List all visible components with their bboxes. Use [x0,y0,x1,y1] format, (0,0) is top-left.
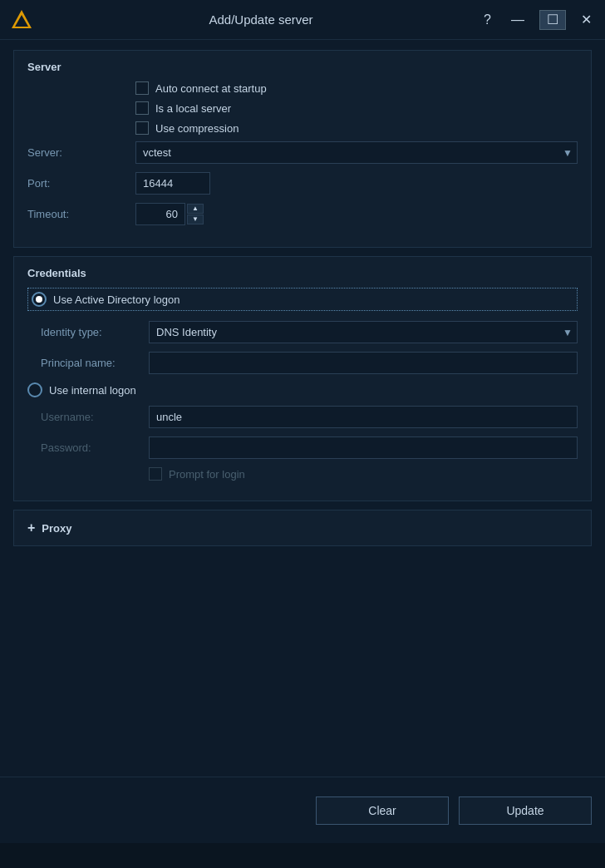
use-ad-label: Use Active Directory logon [53,293,180,306]
username-label: Username: [41,411,149,423]
server-section: Server Auto connect at startup Is a loca… [13,50,592,248]
use-internal-radio-row: Use internal logon [27,382,578,397]
server-select-wrapper: vctest ▼ [135,141,578,164]
prompt-login-row: Prompt for login [149,467,578,481]
minimize-button[interactable]: — [506,12,529,28]
maximize-button[interactable]: ☐ [539,10,566,30]
principal-name-label: Principal name: [41,357,149,369]
proxy-toggle-icon: + [27,520,35,535]
identity-type-wrapper: DNS Identity UPN Identity SPN Identity ▼ [149,321,578,343]
use-internal-radio[interactable] [27,382,42,397]
credentials-section-title: Credentials [27,267,578,279]
server-select[interactable]: vctest [135,141,578,164]
timeout-increment-btn[interactable]: ▲ [187,204,204,214]
principal-name-row: Principal name: [41,352,578,374]
auto-connect-row: Auto connect at startup [135,81,578,95]
timeout-spinner: ▲ ▼ [135,203,210,225]
use-ad-radio[interactable] [32,292,47,307]
main-content: Server Auto connect at startup Is a loca… [0,40,605,777]
use-internal-label: Use internal logon [49,384,136,397]
proxy-section: + Proxy [13,510,592,546]
internal-credentials-sub: Username: Password: Prompt for login [27,406,578,481]
password-row: Password: [41,436,578,459]
identity-type-label: Identity type: [41,326,149,338]
window-title: Add/Update server [43,12,479,27]
auto-connect-label: Auto connect at startup [155,82,267,95]
auto-connect-checkbox[interactable] [135,81,149,95]
timeout-decrement-btn[interactable]: ▼ [187,215,204,224]
prompt-login-checkbox[interactable] [149,467,162,481]
close-button[interactable]: ✕ [576,12,597,28]
app-logo [8,7,35,33]
server-section-title: Server [27,61,578,73]
use-compression-checkbox[interactable] [135,121,149,135]
server-input-row: Server: vctest ▼ [27,141,578,164]
window-controls: ? — ☐ ✕ [479,10,597,30]
prompt-login-label: Prompt for login [169,468,245,481]
use-compression-label: Use compression [155,122,239,135]
username-input[interactable] [149,406,578,428]
credentials-section: Credentials Use Active Directory logon I… [13,256,592,501]
title-bar: Add/Update server ? — ☐ ✕ [0,0,605,40]
password-label: Password: [41,441,149,454]
timeout-label: Timeout: [27,208,135,220]
password-input[interactable] [149,436,578,459]
clear-button[interactable]: Clear [316,796,449,825]
port-input[interactable] [135,172,210,195]
identity-type-row: Identity type: DNS Identity UPN Identity… [41,321,578,343]
local-server-row: Is a local server [135,101,578,115]
use-ad-radio-row[interactable]: Use Active Directory logon [27,288,578,311]
identity-type-select[interactable]: DNS Identity UPN Identity SPN Identity [149,321,578,343]
proxy-title: Proxy [42,522,71,535]
footer-area [0,843,605,868]
local-server-label: Is a local server [155,102,231,115]
timeout-spinner-buttons: ▲ ▼ [187,204,204,224]
update-button[interactable]: Update [459,796,592,825]
timeout-row: Timeout: ▲ ▼ [27,203,578,225]
username-row: Username: [41,406,578,428]
ad-credentials-sub: Identity type: DNS Identity UPN Identity… [27,321,578,374]
local-server-checkbox[interactable] [135,101,149,115]
principal-name-input[interactable] [149,352,578,374]
use-compression-row: Use compression [135,121,578,135]
port-row: Port: [27,172,578,195]
help-button[interactable]: ? [479,12,496,28]
server-field-label: Server: [27,146,135,159]
bottom-bar: Clear Update [0,777,605,843]
proxy-header[interactable]: + Proxy [27,520,578,535]
timeout-input[interactable] [135,203,185,225]
port-label: Port: [27,177,135,190]
